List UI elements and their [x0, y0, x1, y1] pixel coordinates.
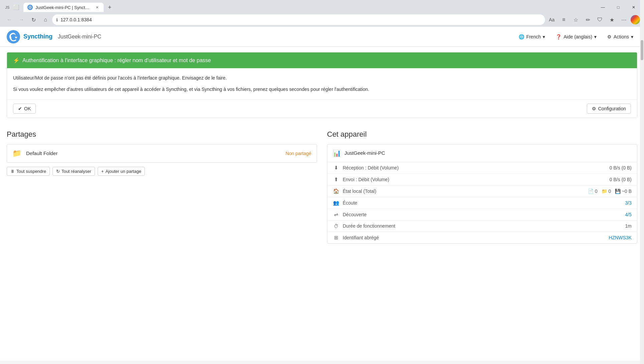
home-button[interactable]: ⌂	[40, 14, 51, 25]
language-label: French	[526, 34, 541, 39]
language-chevron-icon: ▾	[543, 34, 545, 39]
device-section: Cet appareil 📊 JustGeek-mini-PC ⬇ Récept…	[327, 130, 637, 244]
active-tab[interactable]: JustGeek-mini-PC | Syncthing ✕	[23, 3, 104, 12]
envoi-label: Envoi : Débit (Volume)	[343, 177, 610, 182]
download-icon: ⬇	[333, 165, 339, 171]
config-gear-icon: ⚙	[592, 106, 596, 111]
navbar-brand: Syncthing	[7, 30, 52, 43]
actions-chevron-icon: ▾	[631, 34, 633, 39]
tab-close-button[interactable]: ✕	[94, 5, 100, 10]
alert-icon: ⚡	[13, 57, 20, 64]
config-label: Configuration	[598, 106, 626, 111]
help-label: Aide (anglais)	[563, 34, 592, 39]
device-icon: 📊	[333, 149, 341, 157]
table-row: ⏱ Durée de fonctionnement 1m	[327, 221, 637, 232]
maximize-button[interactable]: □	[611, 2, 626, 13]
read-mode-icon[interactable]: ≡	[558, 14, 569, 25]
navbar-brand-text: Syncthing	[23, 33, 52, 40]
device-card: 📊 JustGeek-mini-PC ⬇ Réception : Débit (…	[327, 144, 637, 244]
navbar: Syncthing JustGeek-mini-PC 🌐 French ▾ ❓ …	[0, 27, 644, 47]
toolbar-right: Aa ≡ ☆ ✏ 🛡 ★ ⋯	[546, 14, 640, 25]
reception-label: Réception : Débit (Volume)	[343, 165, 610, 170]
duree-label: Durée de fonctionnement	[343, 223, 625, 229]
suspend-icon: ⏸	[10, 169, 15, 174]
folder-count-icon: 📁	[602, 189, 607, 194]
gear-icon: ⚙	[607, 34, 612, 39]
close-button[interactable]: ✕	[626, 2, 641, 13]
uptime-icon: ⏱	[333, 223, 339, 229]
home-icon: 🏠	[333, 188, 339, 194]
bookmarks-icon[interactable]: ★	[607, 14, 617, 25]
navbar-right: 🌐 French ▾ ❓ Aide (anglais) ▾ ⚙ Actions …	[515, 32, 637, 41]
scrollbar[interactable]	[640, 0, 644, 361]
tab-title: JustGeek-mini-PC | Syncthing	[35, 5, 92, 10]
folder-name: Default Folder	[26, 150, 281, 156]
folder-icon: 📁	[12, 149, 21, 158]
id-value: HZNWS3K	[609, 235, 632, 240]
table-row: ⇌ Découverte 4/5	[327, 209, 637, 221]
address-bar[interactable]: ℹ 127.0.0.1:8384	[52, 14, 545, 25]
etat-label: État local (Total)	[343, 189, 588, 194]
duree-value: 1m	[625, 223, 632, 229]
decouverte-value: 4/5	[625, 212, 632, 217]
alert-body-line2: Si vous voulez empêcher d'autres utilisa…	[13, 86, 631, 93]
refresh-button[interactable]: ↻	[28, 14, 39, 25]
add-share-label: Ajouter un partage	[105, 169, 141, 174]
svg-point-2	[7, 30, 20, 43]
language-button[interactable]: 🌐 French ▾	[515, 32, 549, 41]
device-header: 📊 JustGeek-mini-PC	[327, 144, 637, 162]
rescan-icon: ↻	[56, 169, 60, 174]
help-button[interactable]: ❓ Aide (anglais) ▾	[552, 32, 601, 41]
upload-icon: ⬆	[333, 176, 339, 183]
envoi-value: 0 B/s (0 B)	[610, 177, 632, 182]
alert-body: Utilisateur/Mot de passe n'ont pas été d…	[7, 68, 637, 99]
browser-profile-icon[interactable]: JS	[4, 4, 11, 11]
profile-avatar[interactable]	[631, 15, 640, 24]
scrollbar-thumb[interactable]	[641, 40, 643, 60]
browser-extension-icon[interactable]: ⬜	[11, 3, 21, 12]
ok-button[interactable]: ✔ OK	[13, 104, 36, 114]
storage-icon: 💾	[615, 189, 621, 194]
partages-section: Partages 📁 Default Folder Non partagé ⏸ …	[7, 130, 317, 244]
ok-label: OK	[24, 106, 31, 111]
alert-title: Authentification à l'interface graphique…	[22, 57, 211, 64]
rescan-all-button[interactable]: ↻ Tout réanalyser	[52, 167, 95, 176]
forward-button[interactable]: →	[16, 14, 27, 25]
ecoute-value: 3/3	[625, 200, 632, 206]
table-row: ⬇ Réception : Débit (Volume) 0 B/s (0 B)	[327, 162, 637, 174]
more-icon[interactable]: ⋯	[619, 14, 629, 25]
alert-container: ⚡ Authentification à l'interface graphiq…	[0, 47, 644, 123]
help-icon: ❓	[556, 34, 561, 39]
folder-card[interactable]: 📁 Default Folder Non partagé	[7, 144, 317, 163]
edit-icon[interactable]: ✏	[582, 14, 593, 25]
suspend-label: Tout suspendre	[16, 169, 46, 174]
listen-icon: 👥	[333, 200, 339, 206]
add-share-button[interactable]: + Ajouter un partage	[98, 167, 145, 176]
device-name: JustGeek-mini-PC	[344, 150, 385, 156]
actions-button[interactable]: ⚙ Actions ▾	[603, 32, 637, 41]
table-row: ⬆ Envoi : Débit (Volume) 0 B/s (0 B)	[327, 174, 637, 186]
table-row: ⊞ Identifiant abrégé HZNWS3K	[327, 232, 637, 243]
add-share-icon: +	[101, 169, 104, 174]
discovery-icon: ⇌	[333, 212, 339, 218]
configuration-button[interactable]: ⚙ Configuration	[587, 104, 631, 114]
lock-icon: ℹ	[56, 17, 58, 22]
suspend-all-button[interactable]: ⏸ Tout suspendre	[7, 167, 50, 176]
auth-alert: ⚡ Authentification à l'interface graphiq…	[7, 52, 637, 118]
minimize-button[interactable]: —	[595, 2, 611, 13]
rescan-label: Tout réanalyser	[62, 169, 91, 174]
back-button[interactable]: ←	[4, 14, 15, 25]
navbar-device-name: JustGeek-mini-PC	[58, 34, 101, 40]
translate-icon[interactable]: Aa	[546, 14, 557, 25]
reception-value: 0 B/s (0 B)	[610, 165, 632, 170]
new-tab-button[interactable]: +	[105, 3, 114, 12]
globe-icon: 🌐	[519, 34, 524, 39]
navigation-bar: ← → ↻ ⌂ ℹ 127.0.0.1:8384 Aa ≡ ☆ ✏ 🛡 ★ ⋯	[0, 13, 644, 27]
decouverte-label: Découverte	[343, 212, 625, 217]
shield-icon[interactable]: 🛡	[595, 14, 605, 25]
id-icon: ⊞	[333, 235, 339, 241]
partages-title: Partages	[7, 130, 317, 139]
actions-label: Actions	[614, 34, 629, 39]
help-chevron-icon: ▾	[594, 34, 597, 39]
favorites-icon[interactable]: ☆	[570, 14, 581, 25]
